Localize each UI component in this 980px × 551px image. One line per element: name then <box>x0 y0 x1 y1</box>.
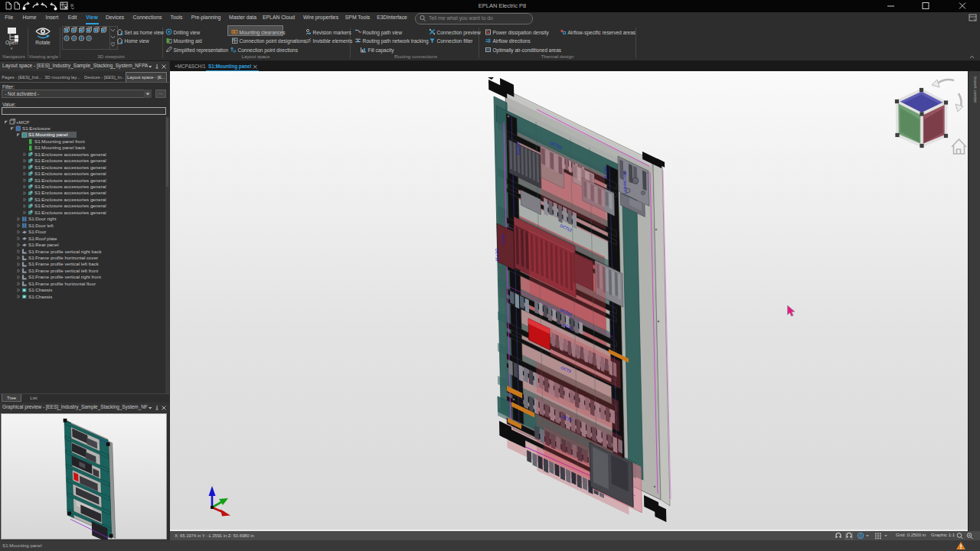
svg-text:-PLC1-: -PLC1- <box>501 233 506 246</box>
svg-text:DCT16: DCT16 <box>495 249 500 262</box>
svg-text:DCT11: DCT11 <box>603 167 609 179</box>
svg-text:E4/P16: E4/P16 <box>516 142 521 155</box>
